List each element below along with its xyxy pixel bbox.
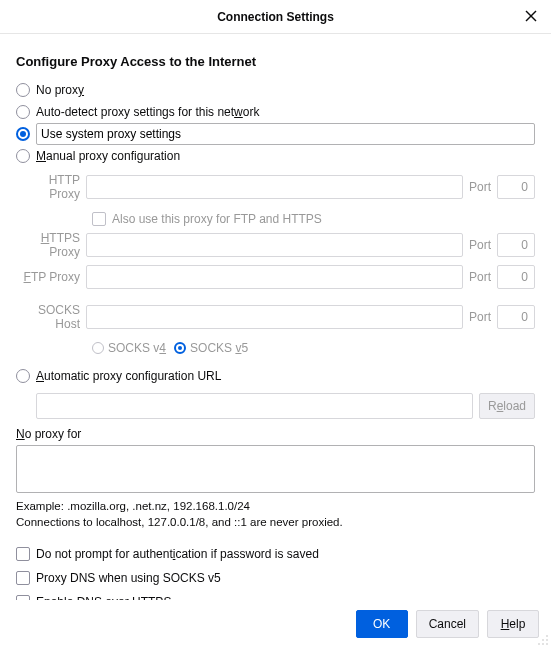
svg-point-7 bbox=[546, 643, 548, 645]
socks-v5-option[interactable]: SOCKS v5 bbox=[174, 341, 248, 355]
checkbox-icon bbox=[16, 571, 30, 585]
port-label: Port bbox=[469, 238, 491, 252]
http-port-input[interactable] bbox=[497, 175, 535, 199]
socks-proxy-row: SOCKS Host Port bbox=[16, 303, 535, 331]
note-text: Connections to localhost, 127.0.0.1/8, a… bbox=[16, 516, 535, 528]
close-button[interactable] bbox=[521, 6, 541, 26]
check-proxy-dns[interactable]: Proxy DNS when using SOCKS v5 bbox=[16, 566, 535, 590]
help-label: Help bbox=[501, 617, 526, 631]
svg-point-5 bbox=[538, 643, 540, 645]
http-proxy-input[interactable] bbox=[86, 175, 463, 199]
socks-v4-label: SOCKS v4 bbox=[108, 341, 166, 355]
close-icon bbox=[524, 9, 538, 23]
section-title: Configure Proxy Access to the Internet bbox=[16, 54, 535, 69]
http-proxy-label: HTTP Proxy bbox=[16, 173, 86, 201]
check-no-prompt[interactable]: Do not prompt for authentication if pass… bbox=[16, 542, 535, 566]
also-use-checkbox-row[interactable]: Also use this proxy for FTP and HTTPS bbox=[92, 207, 535, 231]
system-proxy-field[interactable] bbox=[36, 123, 535, 145]
option-no-proxy[interactable]: No proxy bbox=[16, 79, 535, 101]
radio-icon bbox=[16, 83, 30, 97]
option-auto-detect[interactable]: Auto-detect proxy settings for this netw… bbox=[16, 101, 535, 123]
ftp-proxy-label: FTP Proxy bbox=[16, 270, 86, 284]
check-enable-doh[interactable]: Enable DNS over HTTPS bbox=[16, 590, 535, 600]
svg-point-3 bbox=[542, 639, 544, 641]
socks-proxy-label: SOCKS Host bbox=[16, 303, 86, 331]
dialog-header: Connection Settings bbox=[0, 0, 551, 34]
socks-proxy-input[interactable] bbox=[86, 305, 463, 329]
radio-icon bbox=[16, 149, 30, 163]
http-proxy-row: HTTP Proxy Port bbox=[16, 173, 535, 201]
resize-grip-icon[interactable] bbox=[537, 634, 549, 646]
option-label: Manual proxy configuration bbox=[36, 149, 180, 163]
socks-v5-label: SOCKS v5 bbox=[190, 341, 248, 355]
no-proxy-textarea[interactable] bbox=[16, 445, 535, 493]
radio-icon bbox=[16, 369, 30, 383]
dialog-title: Connection Settings bbox=[217, 10, 334, 24]
option-label: Auto-detect proxy settings for this netw… bbox=[36, 105, 259, 119]
dialog-content: Configure Proxy Access to the Internet N… bbox=[0, 34, 551, 600]
socks-port-input[interactable] bbox=[497, 305, 535, 329]
reload-button[interactable]: Reload bbox=[479, 393, 535, 419]
socks-version-group: SOCKS v4 SOCKS v5 bbox=[92, 337, 535, 359]
option-auto-url[interactable]: Automatic proxy configuration URL bbox=[16, 365, 535, 387]
ftp-proxy-input[interactable] bbox=[86, 265, 463, 289]
option-label: Automatic proxy configuration URL bbox=[36, 369, 221, 383]
help-button[interactable]: Help bbox=[487, 610, 539, 638]
https-proxy-label: HTTPS Proxy bbox=[16, 231, 86, 259]
cancel-button[interactable]: Cancel bbox=[416, 610, 479, 638]
option-manual[interactable]: Manual proxy configuration bbox=[16, 145, 535, 167]
https-proxy-input[interactable] bbox=[86, 233, 463, 257]
radio-icon bbox=[16, 127, 30, 141]
check-label: Do not prompt for authentication if pass… bbox=[36, 547, 319, 561]
svg-point-6 bbox=[542, 643, 544, 645]
no-proxy-for-label: No proxy for bbox=[16, 427, 535, 441]
checkbox-icon bbox=[92, 212, 106, 226]
checkbox-icon bbox=[16, 547, 30, 561]
port-label: Port bbox=[469, 310, 491, 324]
auto-url-row: Reload bbox=[36, 393, 535, 419]
check-label: Proxy DNS when using SOCKS v5 bbox=[36, 571, 221, 585]
option-system-proxy[interactable] bbox=[15, 123, 535, 145]
port-label: Port bbox=[469, 270, 491, 284]
ok-button[interactable]: OK bbox=[356, 610, 408, 638]
example-text: Example: .mozilla.org, .net.nz, 192.168.… bbox=[16, 500, 535, 512]
radio-icon bbox=[16, 105, 30, 119]
socks-v4-option[interactable]: SOCKS v4 bbox=[92, 341, 166, 355]
radio-icon bbox=[174, 342, 186, 354]
ftp-proxy-row: FTP Proxy Port bbox=[16, 265, 535, 289]
ok-label: OK bbox=[373, 617, 390, 631]
option-label: No proxy bbox=[36, 83, 84, 97]
radio-icon bbox=[92, 342, 104, 354]
auto-url-input[interactable] bbox=[36, 393, 473, 419]
bottom-checks: Do not prompt for authentication if pass… bbox=[16, 542, 535, 600]
https-proxy-row: HTTPS Proxy Port bbox=[16, 231, 535, 259]
manual-proxy-group: HTTP Proxy Port Also use this proxy for … bbox=[16, 173, 535, 359]
cancel-label: Cancel bbox=[429, 617, 466, 631]
https-port-input[interactable] bbox=[497, 233, 535, 257]
dialog-footer: OK Cancel Help bbox=[0, 600, 551, 648]
also-use-label: Also use this proxy for FTP and HTTPS bbox=[112, 212, 322, 226]
port-label: Port bbox=[469, 180, 491, 194]
svg-point-4 bbox=[546, 639, 548, 641]
svg-point-2 bbox=[546, 635, 548, 637]
reload-label: Reload bbox=[488, 399, 526, 413]
ftp-port-input[interactable] bbox=[497, 265, 535, 289]
